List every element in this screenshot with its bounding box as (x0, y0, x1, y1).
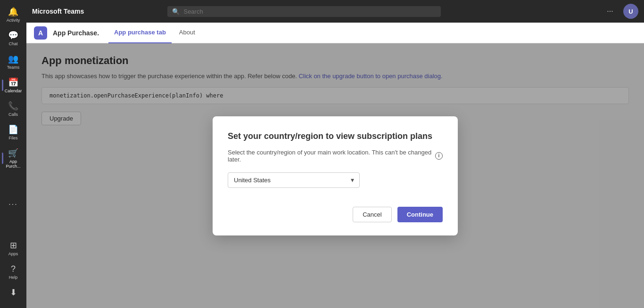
sidebar-item-label: Teams (7, 65, 20, 70)
sidebar-item-download[interactable]: ⬇ (2, 284, 25, 300)
dialog: Set your country/region to view subscrip… (213, 116, 458, 235)
app-tabs-bar: A App Purchase. App purchase tab About (26, 23, 644, 43)
sidebar-item-teams[interactable]: 👥 Teams (2, 51, 25, 73)
download-icon: ⬇ (8, 287, 18, 298)
tab-about[interactable]: About (173, 23, 201, 43)
chat-icon: 💬 (8, 30, 18, 41)
apps-icon: ⊞ (8, 240, 18, 251)
topbar-right: ··· U (603, 4, 638, 19)
ellipsis-button[interactable]: ··· (603, 4, 618, 19)
country-select-wrapper: United States Canada United Kingdom Aust… (228, 172, 443, 188)
sidebar-bottom: ⊞ Apps ? Help ⬇ (2, 237, 25, 304)
search-bar[interactable]: 🔍 (167, 6, 441, 17)
page-content: App monetization This app showcases how … (26, 43, 644, 308)
calls-icon: 📞 (8, 101, 18, 111)
sidebar-item-label: Files (8, 136, 17, 140)
sidebar-item-label: Help (9, 275, 18, 280)
files-icon: 📄 (8, 124, 18, 135)
sidebar-item-app-purchase[interactable]: 🛒 App Purch... (2, 145, 25, 171)
more-options-dots[interactable]: ··· (8, 196, 17, 212)
app-title: Microsoft Teams (32, 8, 84, 15)
search-icon: 🔍 (172, 8, 180, 15)
dialog-footer: Cancel Continue (228, 207, 443, 222)
avatar[interactable]: U (623, 4, 638, 19)
sidebar-item-label: Apps (8, 251, 18, 256)
sidebar-item-label: Calls (8, 112, 18, 117)
dialog-desc-text: Select the country/region of your main w… (228, 149, 432, 163)
sidebar-item-activity[interactable]: 🔔 Activity (2, 4, 25, 25)
sidebar-item-label: Chat (8, 41, 17, 46)
tab-app-purchase[interactable]: App purchase tab (108, 23, 172, 43)
sidebar-item-calls[interactable]: 📞 Calls (2, 98, 25, 120)
continue-button[interactable]: Continue (397, 207, 443, 222)
sidebar-item-label: Calendar (5, 89, 22, 93)
search-input[interactable] (183, 8, 436, 15)
sidebar-item-files[interactable]: 📄 Files (2, 122, 25, 143)
app-purchase-icon: 🛒 (8, 148, 18, 158)
sidebar-item-calendar[interactable]: 📅 Calendar (2, 74, 25, 96)
main-content: A App Purchase. App purchase tab About A… (26, 23, 644, 308)
sidebar-item-label: App Purch... (4, 159, 23, 169)
info-icon[interactable]: i (435, 152, 443, 160)
help-icon: ? (8, 264, 18, 274)
teams-icon: 👥 (8, 54, 18, 64)
sidebar-item-apps[interactable]: ⊞ Apps (2, 237, 25, 259)
cancel-button[interactable]: Cancel (353, 207, 391, 222)
topbar: Microsoft Teams 🔍 ··· U (26, 0, 644, 23)
modal-overlay: Set your country/region to view subscrip… (26, 43, 644, 308)
dialog-title: Set your country/region to view subscrip… (228, 131, 443, 141)
sidebar-item-label: Activity (7, 18, 20, 23)
calendar-icon: 📅 (8, 77, 18, 88)
app-icon: A (34, 26, 47, 40)
country-select[interactable]: United States Canada United Kingdom Aust… (228, 172, 360, 188)
activity-icon: 🔔 (8, 7, 18, 17)
app-name-label: App Purchase. (53, 29, 99, 37)
sidebar-item-chat[interactable]: 💬 Chat (2, 27, 25, 49)
sidebar-item-help[interactable]: ? Help (2, 261, 25, 283)
dialog-description: Select the country/region of your main w… (228, 149, 443, 163)
sidebar: 🔔 Activity 💬 Chat 👥 Teams 📅 Calendar 📞 C… (0, 0, 26, 308)
